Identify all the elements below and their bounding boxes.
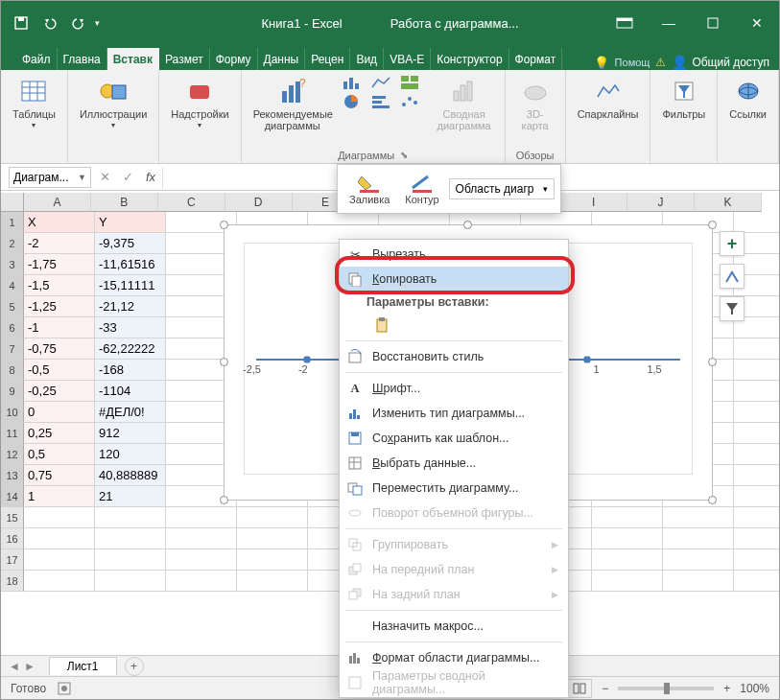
row-header[interactable]: 8 <box>1 360 24 381</box>
tab-chart-design[interactable]: Конструктор <box>431 48 508 70</box>
tables-button[interactable]: Таблицы▾ <box>9 74 59 132</box>
row-header[interactable]: 18 <box>1 571 24 592</box>
tab-chart-format[interactable]: Формат <box>509 48 563 70</box>
tab-file[interactable]: Файл <box>16 48 58 70</box>
row-header[interactable]: 7 <box>1 338 24 360</box>
cell[interactable]: 0,25 <box>24 423 95 444</box>
outline-button[interactable]: Контур <box>399 171 444 207</box>
cell[interactable]: 912 <box>95 423 166 444</box>
cell[interactable] <box>592 571 663 592</box>
fill-button[interactable]: Заливка <box>343 171 395 207</box>
recommended-charts-button[interactable]: ? Рекомендуемые диаграммы <box>249 74 336 133</box>
filters-button[interactable]: Фильтры <box>658 74 709 122</box>
minimize-icon[interactable]: — <box>647 1 691 45</box>
tell-me-icon[interactable]: 💡 <box>594 56 609 70</box>
resize-handle[interactable] <box>708 496 717 504</box>
cell[interactable] <box>24 528 95 549</box>
row-header[interactable]: 9 <box>1 381 24 402</box>
row-header[interactable]: 6 <box>1 317 24 338</box>
tab-vba[interactable]: VBA-E <box>384 48 431 70</box>
cell[interactable] <box>592 507 663 528</box>
cell[interactable] <box>663 507 734 528</box>
cell[interactable] <box>95 549 166 571</box>
row-header[interactable]: 4 <box>1 275 24 296</box>
cell[interactable] <box>734 549 779 571</box>
cell[interactable]: -0,5 <box>24 360 95 381</box>
cell[interactable]: -1,75 <box>24 254 95 275</box>
tab-view[interactable]: Вид <box>350 48 384 70</box>
cell[interactable] <box>734 423 779 444</box>
cell[interactable]: -168 <box>95 360 166 381</box>
view-page-break-icon[interactable] <box>568 680 591 697</box>
ribbon-options-icon[interactable] <box>603 1 647 45</box>
close-icon[interactable]: ✕ <box>735 1 779 45</box>
share-button[interactable]: 👤Общий доступ <box>672 55 769 70</box>
addins-button[interactable]: Надстройки▾ <box>167 74 232 132</box>
chart-filters-button[interactable] <box>720 296 745 321</box>
row-header[interactable]: 13 <box>1 465 24 486</box>
chart-hierarchy-icon[interactable] <box>399 74 426 91</box>
undo-icon[interactable] <box>37 11 62 35</box>
ctx-change-chart-type[interactable]: Изменить тип диаграммы... <box>340 401 568 426</box>
column-header[interactable]: D <box>225 193 293 212</box>
row-header[interactable]: 12 <box>1 444 24 465</box>
cell[interactable]: -1 <box>24 317 95 338</box>
sheet-tab-1[interactable]: Лист1 <box>49 657 117 675</box>
cell[interactable] <box>592 528 663 549</box>
select-all-corner[interactable] <box>1 193 24 212</box>
sheet-nav-next[interactable]: ► <box>24 660 35 673</box>
tab-formulas[interactable]: Форму <box>210 48 258 70</box>
cell[interactable]: -1104 <box>95 381 166 402</box>
cell[interactable] <box>166 507 237 528</box>
row-header[interactable]: 2 <box>1 233 24 254</box>
column-header[interactable]: K <box>695 193 762 212</box>
maximize-icon[interactable] <box>691 1 735 45</box>
zoom-slider[interactable] <box>618 687 714 690</box>
zoom-out-button[interactable]: − <box>602 682 608 695</box>
tab-insert[interactable]: Вставк <box>107 48 159 70</box>
cell[interactable] <box>734 212 779 233</box>
cell[interactable] <box>24 549 95 571</box>
row-header[interactable]: 14 <box>1 486 24 507</box>
chart-styles-button[interactable] <box>720 264 745 289</box>
chart-area-dropdown[interactable]: Область диагр▾ <box>449 178 555 199</box>
cell[interactable]: 120 <box>95 444 166 465</box>
cell[interactable]: -11,61516 <box>95 254 166 275</box>
cell[interactable]: 0,5 <box>24 444 95 465</box>
cell[interactable]: -2 <box>24 233 95 254</box>
cell[interactable] <box>734 444 779 465</box>
chart-line-icon[interactable] <box>370 74 397 91</box>
cell[interactable]: -1,25 <box>24 296 95 317</box>
cell[interactable] <box>663 571 734 592</box>
cell[interactable] <box>237 549 308 571</box>
cell[interactable]: 21 <box>95 486 166 507</box>
row-header[interactable]: 1 <box>1 212 24 233</box>
cell[interactable]: Y <box>95 212 166 233</box>
cell[interactable] <box>592 549 663 571</box>
resize-handle[interactable] <box>220 221 228 229</box>
tab-page-layout[interactable]: Размет <box>159 48 210 70</box>
tab-review[interactable]: Рецен <box>305 48 350 70</box>
cell[interactable] <box>95 571 166 592</box>
chart-elements-button[interactable]: + <box>720 231 745 256</box>
cell[interactable]: 1 <box>24 486 95 507</box>
resize-handle[interactable] <box>220 496 228 504</box>
cell[interactable] <box>166 528 237 549</box>
cell[interactable]: -0,25 <box>24 381 95 402</box>
tell-me-input[interactable]: Помощ <box>615 57 650 68</box>
macro-record-icon[interactable] <box>58 682 71 695</box>
illustrations-button[interactable]: Иллюстрации▾ <box>76 74 151 132</box>
cell[interactable] <box>95 528 166 549</box>
ctx-assign-macro[interactable]: Назначить макрос... <box>340 614 568 639</box>
redo-icon[interactable] <box>66 11 91 35</box>
chart-bar-icon[interactable] <box>370 93 397 110</box>
save-icon[interactable] <box>9 11 34 35</box>
cell[interactable] <box>95 507 166 528</box>
cell[interactable]: #ДЕЛ/0! <box>95 402 166 423</box>
row-header[interactable]: 17 <box>1 549 24 571</box>
cell[interactable] <box>734 486 779 507</box>
resize-handle[interactable] <box>708 221 717 229</box>
cell[interactable]: -33 <box>95 317 166 338</box>
cell[interactable] <box>237 528 308 549</box>
column-header[interactable]: B <box>91 193 158 212</box>
